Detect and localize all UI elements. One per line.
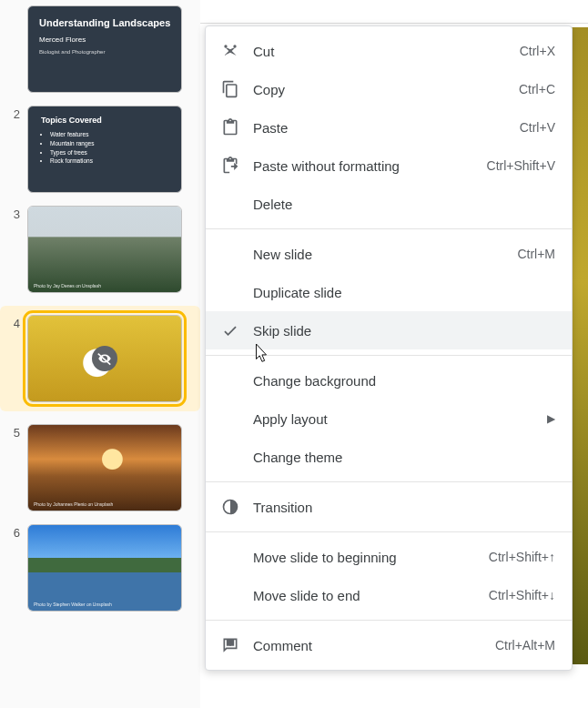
menu-shortcut: Ctrl+C (519, 82, 555, 96)
photo-placeholder (28, 425, 181, 511)
slide1-role: Biologist and Photographer (39, 49, 181, 55)
hidden-slide-icon (92, 346, 117, 371)
slide-number: 2 (0, 106, 27, 121)
copy-icon (218, 80, 242, 98)
check-icon (218, 321, 242, 339)
slide-number: 5 (0, 424, 27, 440)
paste-icon (218, 118, 242, 137)
menu-item-paste[interactable]: Paste Ctrl+V (206, 108, 572, 147)
photo-caption: Photo by Johannes Plenio on Unsplash (34, 501, 113, 507)
menu-separator (206, 228, 572, 229)
thumbnail-row[interactable]: 6 Photo by Stephen Walker on Unsplash (0, 524, 200, 612)
menu-label: Change theme (253, 450, 555, 465)
slide1-subtitle: Merced Flores (39, 35, 181, 44)
slide-number (0, 5, 27, 7)
menu-separator (206, 355, 572, 356)
photo-caption: Photo by Stephen Walker on Unsplash (34, 602, 112, 607)
list-item: Rock formations (50, 157, 181, 166)
menu-label: New slide (253, 247, 517, 262)
slide-thumbnail-panel: Understanding Landscapes Merced Flores B… (0, 0, 200, 708)
menu-item-comment[interactable]: Comment Ctrl+Alt+M (206, 626, 572, 664)
slide-thumbnail-6[interactable]: Photo by Stephen Walker on Unsplash (27, 524, 182, 612)
submenu-arrow-icon: ▶ (547, 412, 555, 425)
menu-item-copy[interactable]: Copy Ctrl+C (206, 70, 572, 108)
menu-shortcut: Ctrl+Shift+↑ (489, 550, 555, 564)
horizontal-ruler (200, 0, 588, 24)
menu-label: Transition (253, 500, 555, 515)
list-item: Types of trees (50, 148, 181, 157)
menu-item-change-theme[interactable]: Change theme (206, 438, 572, 476)
list-item: Water features (50, 130, 181, 139)
slide-number: 6 (0, 524, 27, 540)
menu-shortcut: Ctrl+V (520, 120, 555, 135)
transition-icon (218, 498, 242, 516)
menu-label: Comment (253, 638, 495, 653)
slide-thumbnail-2[interactable]: Topics Covered Water features Mountain r… (27, 106, 182, 193)
slide2-title: Topics Covered (41, 116, 181, 125)
menu-shortcut: Ctrl+Shift+↓ (489, 588, 555, 602)
photo-placeholder (28, 525, 181, 611)
menu-separator (206, 481, 572, 482)
slide-number: 3 (0, 206, 27, 221)
list-item: Mountain ranges (50, 139, 181, 148)
menu-label: Cut (253, 44, 520, 59)
menu-label: Paste without formatting (253, 158, 487, 174)
menu-item-skip-slide[interactable]: Skip slide (206, 311, 572, 349)
menu-item-paste-plain[interactable]: Paste without formatting Ctrl+Shift+V (206, 147, 572, 185)
slide-number: 4 (0, 315, 27, 330)
menu-item-change-background[interactable]: Change background (206, 361, 572, 400)
menu-shortcut: Ctrl+X (520, 44, 555, 58)
thumbnail-row[interactable]: 5 Photo by Johannes Plenio on Unsplash (0, 424, 200, 511)
paste-plain-icon (218, 157, 242, 175)
comment-icon (218, 636, 242, 654)
thumbnail-row[interactable]: 3 Photo by Jay Denes on Unsplash (0, 206, 200, 293)
menu-label: Delete (253, 197, 555, 212)
menu-label: Skip slide (253, 323, 555, 339)
menu-label: Move slide to beginning (253, 550, 489, 565)
menu-item-delete[interactable]: Delete (206, 185, 572, 223)
menu-label: Duplicate slide (253, 285, 555, 300)
menu-separator (206, 531, 572, 532)
menu-shortcut: Ctrl+Alt+M (495, 638, 555, 652)
menu-item-move-end[interactable]: Move slide to end Ctrl+Shift+↓ (206, 576, 572, 614)
menu-item-duplicate-slide[interactable]: Duplicate slide (206, 273, 572, 311)
menu-label: Apply layout (253, 411, 547, 427)
slide1-title: Understanding Landscapes (39, 17, 181, 28)
menu-item-cut[interactable]: Cut Ctrl+X (206, 32, 572, 70)
menu-label: Change background (253, 373, 555, 389)
menu-label: Copy (253, 82, 519, 97)
slide-thumbnail-4[interactable] (27, 315, 182, 402)
slide-thumbnail-3[interactable]: Photo by Jay Denes on Unsplash (27, 206, 182, 293)
menu-item-new-slide[interactable]: New slide Ctrl+M (206, 235, 572, 273)
slide-thumbnail-1[interactable]: Understanding Landscapes Merced Flores B… (27, 5, 182, 93)
slide-thumbnail-5[interactable]: Photo by Johannes Plenio on Unsplash (27, 424, 182, 511)
menu-separator (206, 620, 572, 621)
thumbnail-row[interactable]: Understanding Landscapes Merced Flores B… (0, 5, 200, 93)
slide2-list: Water features Mountain ranges Types of … (50, 130, 181, 166)
menu-item-move-begin[interactable]: Move slide to beginning Ctrl+Shift+↑ (206, 538, 572, 576)
menu-shortcut: Ctrl+M (517, 247, 555, 261)
menu-shortcut: Ctrl+Shift+V (487, 158, 555, 173)
menu-label: Paste (253, 120, 520, 136)
photo-placeholder (28, 207, 181, 292)
menu-item-apply-layout[interactable]: Apply layout ▶ (206, 400, 572, 438)
thumbnail-row[interactable]: 2 Topics Covered Water features Mountain… (0, 106, 200, 193)
thumbnail-row-selected[interactable]: 4 (0, 306, 200, 411)
photo-caption: Photo by Jay Denes on Unsplash (34, 283, 101, 288)
menu-label: Move slide to end (253, 588, 489, 603)
menu-item-transition[interactable]: Transition (206, 488, 572, 526)
context-menu: Cut Ctrl+X Copy Ctrl+C Paste Ctrl+V Past… (205, 25, 573, 671)
cut-icon (218, 42, 242, 60)
